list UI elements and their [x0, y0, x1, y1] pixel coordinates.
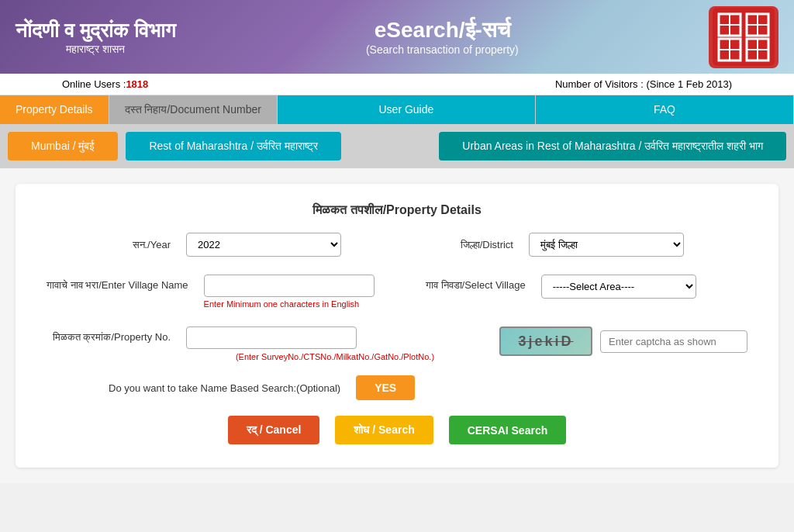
- village-row: गावाचे नाव भरा/Enter Village Name Enter …: [47, 271, 747, 309]
- online-count: 1818: [126, 78, 148, 90]
- header: नोंदणी व मुद्रांक विभाग महाराष्ट्र शासन …: [0, 0, 794, 74]
- select-village-select[interactable]: -----Select Area----: [541, 275, 696, 299]
- users-bar: Online Users :1818 Number of Visitors : …: [0, 74, 794, 95]
- logo-container: [709, 6, 778, 68]
- district-select[interactable]: मुंबई जिल्हा: [529, 233, 684, 257]
- form-title: मिळकत तपशील/Property Details: [47, 203, 747, 217]
- tab-document-number[interactable]: दस्त निहाय/Document Number: [109, 95, 278, 124]
- cersai-button[interactable]: CERSAI Search: [449, 416, 566, 444]
- search-button[interactable]: शोध / Search: [335, 416, 433, 444]
- rest-maharashtra-btn[interactable]: Rest of Maharashtra / उर्वरित महाराष्ट्र: [126, 132, 340, 161]
- cancel-button[interactable]: रद् / Cancel: [228, 416, 320, 444]
- district-label: जिल्हा/District: [420, 239, 513, 251]
- year-label: सन./Year: [47, 239, 171, 251]
- property-captcha-row: मिळकत क्रमांक/Property No. (Enter Survey…: [47, 323, 747, 361]
- urban-areas-btn[interactable]: Urban Areas in Rest of Maharashtra / उर्…: [439, 132, 786, 161]
- esearch-title: eSearch/ई-सर्च: [366, 18, 519, 43]
- captcha-image: 3jekiD: [499, 326, 592, 356]
- property-no-input[interactable]: [186, 326, 357, 349]
- sub-nav: Mumbai / मुंबई Rest of Maharashtra / उर्…: [0, 124, 794, 168]
- captcha-input[interactable]: [600, 330, 747, 353]
- property-no-field: (Enter SurveyNo./CTSNo./MilkatNo./GatNo.…: [186, 326, 484, 361]
- name-search-field: YES: [356, 375, 747, 400]
- esearch-header: eSearch/ई-सर्च (Search transaction of pr…: [366, 18, 519, 56]
- nav-tabs: Property Details दस्त निहाय/Document Num…: [0, 95, 794, 124]
- year-select[interactable]: 2022: [186, 233, 341, 257]
- esearch-subtitle: (Search transaction of property): [366, 43, 519, 56]
- district-field: मुंबई जिल्हा: [529, 233, 747, 257]
- mumbai-btn[interactable]: Mumbai / मुंबई: [8, 132, 118, 161]
- village-name-input[interactable]: [204, 275, 375, 297]
- select-village-label: गाव निवडा/Select Village: [426, 275, 526, 292]
- select-village-field: -----Select Area----: [541, 275, 747, 299]
- dept-subtitle-marathi: महाराष्ट्र शासन: [16, 43, 176, 56]
- name-search-label: Do you want to take Name Based Search:(O…: [47, 382, 340, 394]
- name-search-row: Do you want to take Name Based Search:(O…: [47, 375, 747, 400]
- yes-button[interactable]: YES: [356, 375, 415, 400]
- year-district-row: सन./Year 2022 जिल्हा/District मुंबई जिल्…: [47, 233, 747, 257]
- visitors-text: Number of Visitors : (Since 1 Feb 2013): [555, 78, 732, 90]
- year-field: 2022: [186, 233, 405, 257]
- village-name-field: Enter Minimum one characters in English: [204, 275, 410, 309]
- property-no-hint: (Enter SurveyNo./CTSNo./MilkatNo./GatNo.…: [186, 352, 484, 361]
- dept-name: नोंदणी व मुद्रांक विभाग महाराष्ट्र शासन: [16, 19, 176, 56]
- captcha-area: 3jekiD: [499, 326, 747, 356]
- property-no-label: मिळकत क्रमांक/Property No.: [47, 326, 171, 344]
- dept-title-marathi: नोंदणी व मुद्रांक विभाग: [16, 19, 176, 43]
- village-name-hint: Enter Minimum one characters in English: [204, 299, 410, 309]
- form-card: मिळकत तपशील/Property Details सन./Year 20…: [16, 184, 778, 468]
- tab-faq[interactable]: FAQ: [536, 95, 794, 124]
- online-users-text: Online Users :1818: [62, 78, 148, 90]
- tab-property-details[interactable]: Property Details: [0, 95, 109, 124]
- action-row: रद् / Cancel शोध / Search CERSAI Search: [47, 416, 747, 444]
- logo-icon: [713, 8, 775, 66]
- tab-user-guide[interactable]: User Guide: [278, 95, 536, 124]
- village-name-label: गावाचे नाव भरा/Enter Village Name: [47, 275, 188, 292]
- main-content: मिळकत तपशील/Property Details सन./Year 20…: [0, 168, 794, 483]
